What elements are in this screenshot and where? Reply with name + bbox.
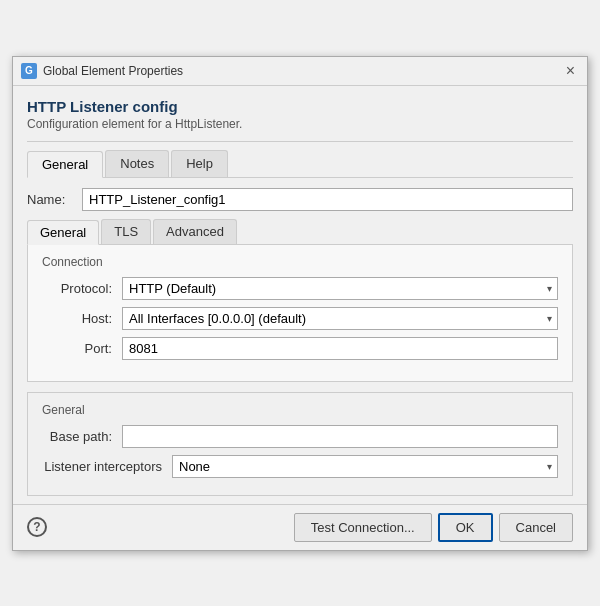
- connection-section-label: Connection: [42, 255, 558, 269]
- protocol-select-wrapper: HTTP (Default) ▾: [122, 277, 558, 300]
- tab-help[interactable]: Help: [171, 150, 228, 177]
- base-path-input[interactable]: [122, 425, 558, 448]
- host-select-wrapper: All Interfaces [0.0.0.0] (default) ▾: [122, 307, 558, 330]
- name-label: Name:: [27, 192, 82, 207]
- protocol-label: Protocol:: [42, 281, 122, 296]
- separator: [27, 141, 573, 142]
- footer-right: Test Connection... OK Cancel: [294, 513, 573, 542]
- tab-general[interactable]: General: [27, 151, 103, 178]
- inner-tab-advanced[interactable]: Advanced: [153, 219, 237, 244]
- interceptors-row: Listener interceptors None ▾: [42, 455, 558, 478]
- general-section: General Base path: Listener interceptors…: [27, 392, 573, 496]
- base-path-row: Base path:: [42, 425, 558, 448]
- test-connection-button[interactable]: Test Connection...: [294, 513, 432, 542]
- help-icon-button[interactable]: ?: [27, 517, 47, 537]
- port-row: Port:: [42, 337, 558, 360]
- dialog-footer: ? Test Connection... OK Cancel: [13, 504, 587, 550]
- close-button[interactable]: ×: [562, 63, 579, 79]
- footer-left: ?: [27, 517, 47, 537]
- protocol-control: HTTP (Default) ▾: [122, 277, 558, 300]
- dialog-subheading: Configuration element for a HttpListener…: [27, 117, 573, 131]
- ok-button[interactable]: OK: [438, 513, 493, 542]
- dialog-heading: HTTP Listener config: [27, 98, 573, 115]
- base-path-control: [122, 425, 558, 448]
- dialog-body: HTTP Listener config Configuration eleme…: [13, 86, 587, 504]
- titlebar: G Global Element Properties ×: [13, 57, 587, 86]
- titlebar-left: G Global Element Properties: [21, 63, 183, 79]
- app-icon-label: G: [25, 65, 33, 76]
- host-control: All Interfaces [0.0.0.0] (default) ▾: [122, 307, 558, 330]
- protocol-row: Protocol: HTTP (Default) ▾: [42, 277, 558, 300]
- interceptors-select-wrapper: None ▾: [172, 455, 558, 478]
- host-label: Host:: [42, 311, 122, 326]
- protocol-select[interactable]: HTTP (Default): [122, 277, 558, 300]
- base-path-label: Base path:: [42, 429, 122, 444]
- host-row: Host: All Interfaces [0.0.0.0] (default)…: [42, 307, 558, 330]
- app-icon: G: [21, 63, 37, 79]
- inner-tabs: General TLS Advanced: [27, 219, 573, 245]
- inner-panel: Connection Protocol: HTTP (Default) ▾ Ho…: [27, 245, 573, 382]
- general-section-title: General: [42, 403, 558, 417]
- outer-tabs: General Notes Help: [27, 150, 573, 178]
- dialog-container: G Global Element Properties × HTTP Liste…: [12, 56, 588, 551]
- interceptors-label: Listener interceptors: [42, 459, 172, 474]
- tab-notes[interactable]: Notes: [105, 150, 169, 177]
- cancel-button[interactable]: Cancel: [499, 513, 573, 542]
- name-row: Name:: [27, 188, 573, 211]
- dialog-title: Global Element Properties: [43, 64, 183, 78]
- port-input[interactable]: [122, 337, 558, 360]
- inner-tab-general[interactable]: General: [27, 220, 99, 245]
- name-input[interactable]: [82, 188, 573, 211]
- interceptors-select[interactable]: None: [172, 455, 558, 478]
- port-label: Port:: [42, 341, 122, 356]
- port-control: [122, 337, 558, 360]
- inner-tab-tls[interactable]: TLS: [101, 219, 151, 244]
- host-select[interactable]: All Interfaces [0.0.0.0] (default): [122, 307, 558, 330]
- interceptors-control: None ▾: [172, 455, 558, 478]
